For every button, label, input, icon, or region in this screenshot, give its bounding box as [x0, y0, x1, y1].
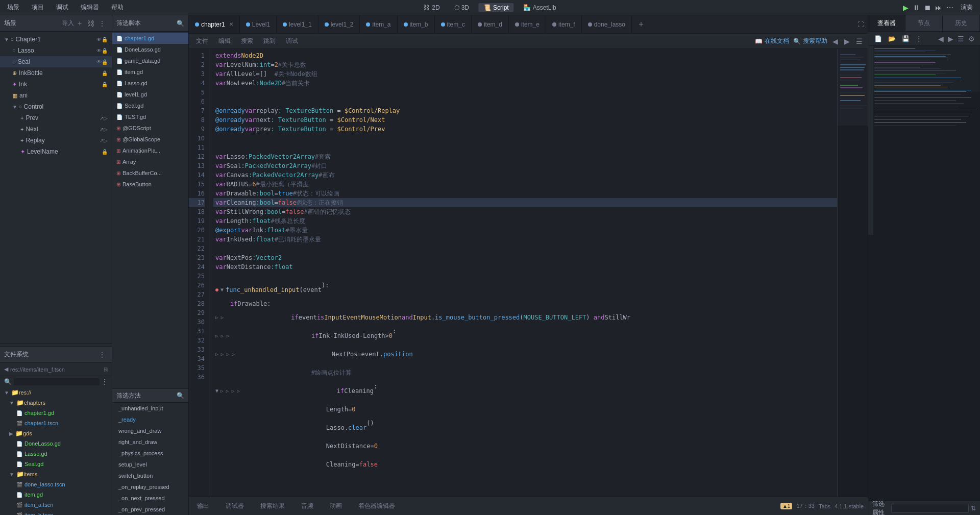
method-ready[interactable]: _ready [112, 414, 188, 425]
scene-menu-btn[interactable]: ⋮ [96, 18, 108, 29]
filter-item[interactable]: 📄 item.gd [112, 66, 188, 78]
more-options-btn[interactable]: ⋮ [914, 34, 924, 43]
file-item-res[interactable]: ▼ 📁 res:// [0, 387, 112, 398]
tab-item-b[interactable]: item_b [398, 15, 435, 33]
edit-menu-btn[interactable]: 编辑 [215, 36, 234, 46]
file-item-seal[interactable]: 📄 Seal.gd [0, 459, 112, 469]
mode-2d[interactable]: ⛓2D [419, 3, 445, 12]
visibility-btn[interactable]: 👁 [96, 37, 102, 42]
tab-chapter1[interactable]: chapter1 ✕ [189, 15, 240, 33]
bookmark-btn[interactable]: ☰ [855, 36, 864, 46]
tab-item-d[interactable]: item_d [472, 15, 509, 33]
load-script-btn[interactable]: 📂 [886, 34, 898, 43]
method-prev-pressed[interactable]: _on_prev_pressed [112, 504, 188, 515]
pause-button[interactable]: ⏸ [913, 4, 920, 12]
file-search-input[interactable] [14, 378, 100, 385]
inspector-back-btn[interactable]: ◀ [937, 34, 945, 44]
filter-level1[interactable]: 📄 level1.gd [112, 89, 188, 100]
tab-item-f[interactable]: item_f [546, 15, 582, 33]
tree-node-ink[interactable]: ✦ Ink 🔒 [0, 79, 112, 90]
method-switch[interactable]: switch_button [112, 470, 188, 481]
file-item-donelassotscn[interactable]: 🎬 done_lasso.tscn [0, 479, 112, 489]
file-item-donelasso[interactable]: 📄 DoneLasso.gd [0, 438, 112, 449]
file-item-itembtscn[interactable]: 🎬 item_b.tscn [0, 510, 112, 515]
bottom-tab-output[interactable]: 输出 [193, 500, 213, 512]
fold-arrow-32[interactable]: ▼ [215, 386, 218, 396]
tree-node-control[interactable]: ▼ ○ Control [0, 101, 112, 112]
new-script-btn[interactable]: 📄 [872, 34, 884, 43]
filter-donelasso[interactable]: 📄 DoneLasso.gd [112, 44, 188, 55]
file-item-itemgd[interactable]: 📄 item.gd [0, 489, 112, 500]
bottom-tab-anim[interactable]: 动画 [326, 500, 346, 512]
file-item-lasso[interactable]: 📄 Lasso.gd [0, 449, 112, 459]
signal-btn[interactable]: ↗ [100, 127, 104, 132]
file-item-itematscn[interactable]: 🎬 item_a.tscn [0, 500, 112, 510]
bottom-tab-audio[interactable]: 音频 [297, 500, 317, 512]
menu-scene[interactable]: 场景 [4, 2, 22, 13]
lock-btn[interactable]: 🔒 [102, 37, 108, 42]
filter-lasso[interactable]: 📄 Lasso.gd [112, 78, 188, 89]
bottom-tab-shader[interactable]: 着色器编辑器 [354, 500, 399, 512]
nav-back-btn[interactable]: ◀ [831, 36, 839, 46]
nav-forward-btn[interactable]: ▶ [843, 36, 851, 46]
tab-item-a[interactable]: item_a [360, 15, 397, 33]
filter-globalscope[interactable]: ⊞ @GlobalScope [112, 134, 188, 145]
menu-debug[interactable]: 调试 [53, 2, 71, 13]
filter-attrs-input[interactable] [891, 504, 969, 513]
back-btn[interactable]: ◀ [4, 366, 8, 373]
fullscreen-btn[interactable]: ⛶ [853, 21, 868, 28]
file-item-items[interactable]: ▼ 📁 items [0, 469, 112, 479]
mode-assetlib[interactable]: 🏪AssetLib [518, 3, 561, 12]
stop-button[interactable]: ⏹ [924, 4, 931, 12]
lock-btn[interactable]: 🔒 [102, 59, 108, 65]
tree-node-ani[interactable]: ▦ ani [0, 90, 112, 101]
visibility-btn[interactable]: 👁 [96, 48, 102, 54]
tab-level1[interactable]: Level1 [240, 15, 277, 33]
tree-node-next[interactable]: + Next ↗ ▷ [0, 124, 112, 135]
tree-node-lasso[interactable]: ○ Lasso 👁 🔒 [0, 45, 112, 56]
file-item-chapter1tscn[interactable]: 🎬 chapter1.tscn [0, 418, 112, 428]
play-button[interactable]: ▶ [903, 4, 909, 12]
signal-btn[interactable]: ↗ [100, 138, 104, 143]
code-content[interactable]: extends Node2D var LevelNum:int=2 #关卡总数 … [209, 49, 837, 497]
file-item-gds[interactable]: ▶ 📁 gds [0, 428, 112, 438]
tab-level1-2[interactable]: level1_2 [318, 15, 360, 33]
method-setup[interactable]: setup_level [112, 459, 188, 470]
menu-project[interactable]: 项目 [29, 2, 47, 13]
file-menu-btn[interactable]: 文件 [193, 36, 211, 46]
lock-btn[interactable]: 🔒 [102, 48, 108, 54]
tab-item-c[interactable]: item_c [435, 15, 472, 33]
debug-menu-btn[interactable]: 调试 [283, 36, 301, 46]
inspector-tab-nodes[interactable]: 节点 [905, 15, 943, 31]
inspector-tab-history[interactable]: 历史 [943, 15, 980, 31]
mode-script[interactable]: 📜Script [478, 3, 514, 12]
filter-basebutton[interactable]: ⊞ BaseButton [112, 179, 188, 190]
filter-animationpla[interactable]: ⊞ AnimationPla... [112, 145, 188, 156]
file-item-chapter1gd[interactable]: 📄 chapter1.gd [0, 408, 112, 418]
filter-sealgd[interactable]: 📄 Seal.gd [112, 100, 188, 111]
lock-btn[interactable]: 🔒 [102, 149, 108, 155]
tree-node-replay[interactable]: + Replay ↗ ▷ [0, 135, 112, 146]
visibility-btn[interactable]: 👁 [96, 59, 102, 65]
filter-backbufferco[interactable]: ⊞ BackBufferCo... [112, 167, 188, 179]
filter-test[interactable]: 📄 TEST.gd [112, 111, 188, 122]
instantiate-btn[interactable]: ⛓ [85, 18, 96, 29]
tree-node-levelname[interactable]: ✦ LevelName 🔒 [0, 146, 112, 157]
method-next-pressed[interactable]: _on_next_pressed [112, 493, 188, 504]
menu-editor[interactable]: 编辑器 [78, 2, 102, 13]
tree-node-prev[interactable]: + Prev ↗ ▷ [0, 112, 112, 124]
save-btn[interactable]: 💾 [900, 34, 912, 43]
tree-node-inkbottle[interactable]: ⊕ InkBottle 🔒 [0, 67, 112, 79]
lock-btn[interactable]: 🔒 [102, 70, 108, 76]
method-physics[interactable]: _physics_process [112, 448, 188, 459]
fold-arrow-26[interactable]: ▼ [220, 285, 224, 295]
filter-search-icon[interactable]: 🔍 [177, 20, 184, 27]
file-menu-btn[interactable]: ⋮ [96, 350, 108, 360]
method-replay-pressed[interactable]: _on_replay_pressed [112, 481, 188, 493]
filter-gamedata[interactable]: 📄 game_data.gd [112, 55, 188, 66]
inspector-tab-inspector[interactable]: 查看器 [868, 15, 905, 31]
method-unhandled-input[interactable]: _unhandled_input [112, 403, 188, 414]
tab-done-lasso[interactable]: done_lasso [582, 15, 632, 33]
group-btn[interactable]: ▷ [104, 127, 108, 132]
more-button[interactable]: ⋯ [946, 4, 953, 12]
